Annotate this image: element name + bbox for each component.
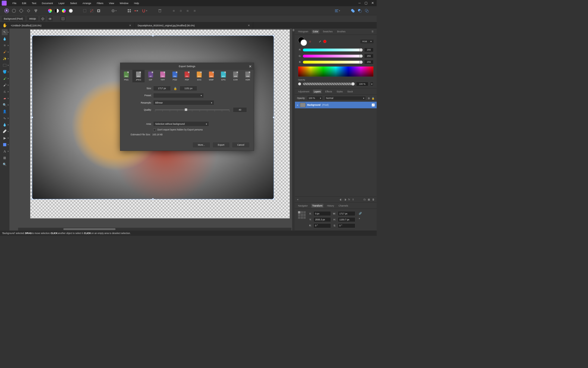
context-transform-icon[interactable] (60, 16, 65, 21)
anchor-selector[interactable] (298, 211, 306, 219)
paint-brush-icon[interactable]: 🖌 (2, 76, 8, 82)
selection-handle[interactable] (273, 117, 274, 118)
hand-tool-icon[interactable]: ✋ (2, 23, 7, 28)
color-mode-select[interactable]: RGB▾ (360, 39, 374, 43)
tab-stock[interactable]: Stock (346, 89, 354, 93)
crop-tool-icon[interactable]: ⌗ (2, 42, 8, 48)
eyedropper-icon[interactable]: ⤢ (319, 40, 321, 43)
sampled-color-icon[interactable] (323, 40, 326, 43)
r-field[interactable]: 0 ° (313, 223, 331, 228)
format-pdf[interactable]: PDFPDF (181, 70, 193, 82)
develop-persona-icon[interactable] (18, 8, 24, 14)
document-tab-2[interactable]: Depositphotos_80293442_original.jpg [Mod… (135, 22, 253, 29)
liquify-persona-icon[interactable] (11, 8, 17, 14)
selection-handle[interactable] (31, 117, 33, 118)
more-button[interactable]: More... (193, 142, 210, 148)
window-maximize-icon[interactable]: ▢ (364, 1, 367, 5)
dialog-titlebar[interactable]: Export Settings ✕ (120, 63, 254, 70)
selection-handle[interactable] (152, 198, 154, 200)
auto-colors-icon[interactable] (61, 8, 67, 14)
tab-brushes[interactable]: Brushes (336, 30, 346, 34)
menu-filters[interactable]: Filters (94, 1, 106, 6)
panel-options-icon[interactable]: ☰ (370, 30, 375, 34)
close-tab-icon[interactable]: ✕ (248, 24, 250, 27)
text-tool-icon[interactable]: A (2, 148, 8, 154)
vertical-scrollbar[interactable] (292, 29, 295, 230)
aspect-toggle-icon[interactable]: ▾ (359, 217, 362, 220)
snapping-toggle-icon[interactable] (133, 8, 139, 14)
tab-channels[interactable]: Channels (338, 204, 349, 208)
menu-arrange[interactable]: Arrange (80, 1, 94, 6)
none-fill-icon[interactable]: ⊘ (309, 40, 311, 43)
auto-contrast-icon[interactable] (54, 8, 60, 14)
lock-icon[interactable]: 🔒 (372, 97, 375, 99)
geometry-subtract-icon[interactable] (357, 8, 363, 14)
h-field[interactable]: 1150.7 px (338, 217, 355, 222)
cancel-button[interactable]: Cancel (232, 142, 250, 148)
tab-layers[interactable]: Layers (313, 89, 322, 93)
healing-tool-icon[interactable]: 🩹 (2, 129, 8, 135)
mesh-tool-icon[interactable]: ⊞ (2, 155, 8, 161)
format-exr[interactable]: EXREXR (229, 70, 242, 82)
x-field[interactable]: 0 px (313, 211, 331, 216)
layer-opacity-input[interactable]: 100 %▾ (307, 96, 323, 100)
format-jpeg[interactable]: JPGJPEG (132, 70, 144, 82)
auto-levels-icon[interactable] (47, 8, 53, 14)
tab-effects[interactable]: Effects (324, 89, 333, 93)
opacity-dropdown-icon[interactable]: ▾ (370, 82, 374, 86)
brush-tool-icon[interactable]: 🖌 (2, 49, 8, 55)
marquee-tool-icon[interactable] (2, 62, 8, 68)
add-layer-icon[interactable]: ▦ (368, 198, 370, 201)
close-tab-icon[interactable]: ✕ (129, 24, 131, 27)
menu-select[interactable]: Select (67, 1, 80, 6)
move-tool-icon[interactable]: ↖ (2, 29, 8, 35)
area-select[interactable]: Selection without background▾ (153, 121, 209, 126)
horizontal-scrollbar[interactable] (18, 228, 291, 230)
menu-help[interactable]: Help (131, 1, 142, 6)
align-icon[interactable]: ▾ (333, 8, 342, 14)
format-eps[interactable]: EPSEPS (217, 70, 229, 82)
opacity-knob-icon[interactable] (298, 82, 301, 86)
size-width-input[interactable]: 1717 px (153, 86, 171, 91)
quality-input[interactable]: 40 (233, 107, 247, 113)
preset-select[interactable]: ▾ (153, 93, 204, 98)
menu-layer[interactable]: Layer (56, 1, 67, 6)
layer-item[interactable]: ▸ Background (Pixel) ✓ (295, 102, 377, 108)
geometry-add-icon[interactable] (350, 8, 356, 14)
format-hdr[interactable]: HDRHDR (242, 70, 254, 82)
tab-histogram[interactable]: Histogram (297, 30, 310, 34)
folder-icon[interactable]: 🗀 (363, 198, 366, 201)
selection-handle[interactable] (273, 198, 274, 200)
color-swatch-icon[interactable] (298, 37, 307, 46)
layers-stack-icon[interactable]: ≡ (297, 198, 298, 201)
photo-persona-icon[interactable] (4, 8, 10, 14)
people-tool-icon[interactable]: 👤 (2, 109, 8, 115)
trash-icon[interactable] (157, 8, 163, 14)
document-tab-1[interactable]: <Untitled> [Modified] (100.0%) ✕ (8, 22, 134, 29)
size-lock-icon[interactable]: 🔒 (172, 87, 178, 90)
s-field[interactable]: 0 ° (338, 223, 355, 228)
tone-map-persona-icon[interactable] (26, 8, 32, 14)
menu-view[interactable]: View (106, 1, 117, 6)
menu-file[interactable]: File (10, 1, 19, 6)
color-spectrum[interactable] (298, 66, 373, 77)
b-value[interactable]: 255 (364, 60, 374, 64)
tab-navigator[interactable]: Navigator (297, 204, 309, 208)
format-wmf[interactable]: WMFWMF (205, 70, 218, 82)
window-minimize-icon[interactable]: ─ (359, 1, 361, 5)
size-height-input[interactable]: 1151 px (180, 86, 197, 91)
pen-tool-icon[interactable]: ▶ (2, 135, 8, 141)
menu-text[interactable]: Text (29, 1, 39, 6)
context-eye-icon[interactable] (48, 16, 53, 21)
smudge-tool-icon[interactable]: ∿ (2, 115, 8, 121)
opacity-slider[interactable] (303, 83, 354, 85)
hide-layers-checkbox[interactable] (153, 129, 156, 131)
blur-tool-icon[interactable]: 💧 (2, 122, 8, 128)
r-value[interactable]: 255 (364, 48, 374, 52)
format-tiff[interactable]: TIFFTIFF (157, 70, 169, 82)
format-png[interactable]: PNGPNG (120, 70, 133, 82)
layer-visible-checkbox[interactable]: ✓ (372, 104, 375, 106)
mixer-brush-icon[interactable]: 🖌 (2, 82, 8, 88)
fill-tool-icon[interactable]: 🪣 (2, 69, 8, 75)
dialog-close-icon[interactable]: ✕ (249, 64, 252, 68)
